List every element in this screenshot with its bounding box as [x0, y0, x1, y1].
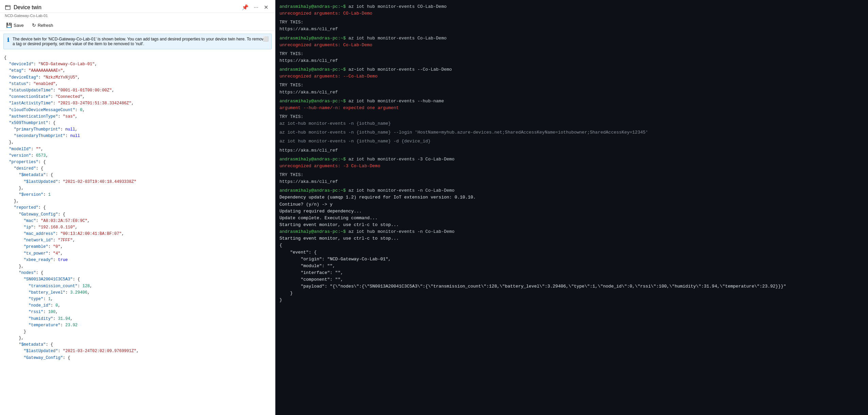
terminal-line: https://aka.ms/cli_ref: [279, 89, 864, 96]
refresh-icon: ↻: [32, 22, 36, 28]
json-line: },: [4, 185, 271, 192]
json-line: "properties": {: [4, 159, 271, 166]
terminal-line: andrasmihaly@andras-pc:~$ az~iot hub mon…: [279, 66, 864, 73]
terminal-line: Dependency update (uamqp 1.2) required f…: [279, 194, 864, 201]
terminal-line: Updating required dependency...: [279, 208, 864, 215]
json-line: "$lastUpdated": "2021-03-24T02:02:09.976…: [4, 348, 271, 355]
terminal-line: unrecognized arguments: --Co-Lab-Demo: [279, 73, 864, 80]
json-line: "$metadata": {: [4, 342, 271, 348]
terminal-line: TRY THIS:: [279, 51, 864, 57]
json-line: "etag": "AAAAAAAAAAE=",: [4, 68, 271, 74]
pin-button[interactable]: 📌: [240, 3, 251, 11]
terminal-line: andrasmihaly@andras-pc:~$ az iot hub mon…: [279, 3, 864, 10]
refresh-label: Refresh: [38, 23, 53, 28]
terminal-line: }: [279, 290, 864, 297]
terminal-line: https://aka.ms/cli_ref: [279, 57, 864, 64]
json-line: "nodes": {: [4, 270, 271, 276]
terminal-line: https://aka.ms/cli_ref: [279, 26, 864, 33]
terminal-line: az iot-hub monitor-events -n {iothub_nam…: [279, 120, 864, 127]
json-line: "modelId": "",: [4, 146, 271, 153]
json-line: },: [4, 198, 271, 205]
json-line: "mac_address": "00:13:A2:00:41:BA:BF:07"…: [4, 231, 271, 237]
json-line: "Gateway_Config": {: [4, 355, 271, 361]
terminal-line: TRY THIS:: [279, 82, 864, 89]
json-line: "cloudToDeviceMessageCount": 0,: [4, 107, 271, 114]
json-line: "network_id": "7FFF",: [4, 237, 271, 244]
save-button[interactable]: 💾 Save: [5, 22, 25, 29]
panel-subtitle: NCD-Gateway-Co-Lab-01: [0, 13, 275, 20]
info-banner-close-button[interactable]: ⬜: [263, 36, 269, 41]
terminal-line: unrecognized arguments: Co-Lab-Demo: [279, 42, 864, 49]
json-line: "deviceId": "NCD-Gateway-Co-Lab-01",: [4, 61, 271, 68]
json-line: }: [4, 329, 271, 335]
terminal-line: Update complete. Executing command...: [279, 215, 864, 222]
terminal-line: andrasmihaly@andras-pc:~$ az iot hub mon…: [279, 228, 864, 235]
save-icon: 💾: [6, 22, 12, 28]
json-line: "temperature": 23.92: [4, 322, 271, 329]
terminal-line: TRY THIS:: [279, 114, 864, 120]
info-banner: ℹ The device twin for 'NCD-Gateway-Co-La…: [3, 34, 272, 49]
info-banner-text: The device twin for 'NCD-Gateway-Co-Lab-…: [13, 37, 268, 46]
device-twin-icon: [5, 4, 11, 11]
svg-point-3: [7, 5, 7, 6]
panel-title-area: Device twin: [5, 4, 41, 11]
terminal-line: andrasmihaly@andras-pc:~$ az iot hub mon…: [279, 156, 864, 163]
json-line: "preamble": "0",: [4, 244, 271, 250]
json-line: "battery_level": 3.29406,: [4, 290, 271, 296]
json-line: "tx_power": "4",: [4, 250, 271, 257]
terminal-line: andrasmihaly@andras-pc:~$ az iot hub mon…: [279, 35, 864, 42]
svg-point-2: [6, 5, 7, 6]
json-line: "statusUpdateTime": "0001-01-01T00:00:00…: [4, 87, 271, 94]
json-line: "version": 6573,: [4, 153, 271, 159]
terminal-line: Starting event monitor, use ctrl-c to st…: [279, 235, 864, 242]
terminal-line: https://aka.ms/cli_ref: [279, 178, 864, 185]
json-line: "desired": {: [4, 166, 271, 172]
json-line: "x509Thumbprint": {: [4, 120, 271, 126]
panel-header: Device twin 📌 ··· ✕: [0, 0, 275, 13]
json-line: "reported": {: [4, 205, 271, 211]
json-line: "connectionState": "Connected",: [4, 94, 271, 100]
json-line: "Gateway_Config": {: [4, 211, 271, 218]
panel-actions: 📌 ··· ✕: [240, 3, 270, 11]
json-line: "node_id": 0,: [4, 302, 271, 309]
terminal-line: Starting event monitor, use ctrl-c to st…: [279, 222, 864, 228]
json-line: "secondaryThumbprint": null: [4, 133, 271, 139]
json-line: "type": 1,: [4, 296, 271, 302]
terminal-line: andrasmihaly@andras-pc:~$ az iot hub mon…: [279, 187, 864, 194]
terminal-line: Continue? (y/n) -> y: [279, 201, 864, 208]
terminal-line: "event": {: [279, 249, 864, 256]
refresh-button[interactable]: ↻ Refresh: [31, 22, 55, 29]
info-icon: ℹ: [7, 37, 9, 43]
json-line: "transmission_count": 128,: [4, 283, 271, 290]
terminal-line: andrasmihaly@andras-pc:~$ az iot hub mon…: [279, 98, 864, 105]
terminal-line: }: [279, 297, 864, 304]
json-line: },: [4, 139, 271, 146]
json-line: "lastActivityTime": "2021-03-24T01:51:38…: [4, 100, 271, 107]
save-label: Save: [14, 23, 24, 28]
terminal-line: https://aka.ms/cli_ref: [279, 147, 864, 154]
json-line: "$version": 1: [4, 192, 271, 198]
panel-title: Device twin: [14, 4, 41, 11]
terminal-line: "module": "",: [279, 263, 864, 270]
more-options-button[interactable]: ···: [252, 4, 260, 11]
terminal-line: unrecognized arguments: CO-Lab-Demo: [279, 10, 864, 17]
device-twin-panel: Device twin 📌 ··· ✕ NCD-Gateway-Co-Lab-0…: [0, 0, 275, 415]
json-line: "$lastUpdated": "2021-02-03T19:40:18.449…: [4, 179, 271, 185]
json-line: "mac": "A8:03:2A:57:E0:9C",: [4, 218, 271, 224]
json-line: },: [4, 263, 271, 270]
json-line: "rssi": 100,: [4, 309, 271, 315]
terminal-line: TRY THIS:: [279, 172, 864, 178]
json-line: "xbee_ready": true: [4, 257, 271, 263]
json-line: "primaryThumbprint": null,: [4, 126, 271, 133]
terminal-line: "payload": "{\"nodes\":{\"SN0013A20041C3…: [279, 283, 864, 290]
json-line: "ip": "192.168.0.110",: [4, 224, 271, 231]
json-line: "SN0013A20041C3C5A3": {: [4, 276, 271, 283]
json-editor[interactable]: { "deviceId": "NCD-Gateway-Co-Lab-01", "…: [0, 52, 275, 415]
json-line: "deviceEtag": "NzkzMzYxNjU5",: [4, 74, 271, 81]
terminal-line: "component": "",: [279, 276, 864, 283]
json-line: "status": "enabled",: [4, 81, 271, 87]
close-button[interactable]: ✕: [262, 3, 270, 11]
json-line: "$metadata": {: [4, 172, 271, 178]
terminal-line: argument --hub-name/-n: expected one arg…: [279, 105, 864, 111]
terminal-line: unrecognized arguments: -3 Co-Lab-Demo: [279, 163, 864, 170]
